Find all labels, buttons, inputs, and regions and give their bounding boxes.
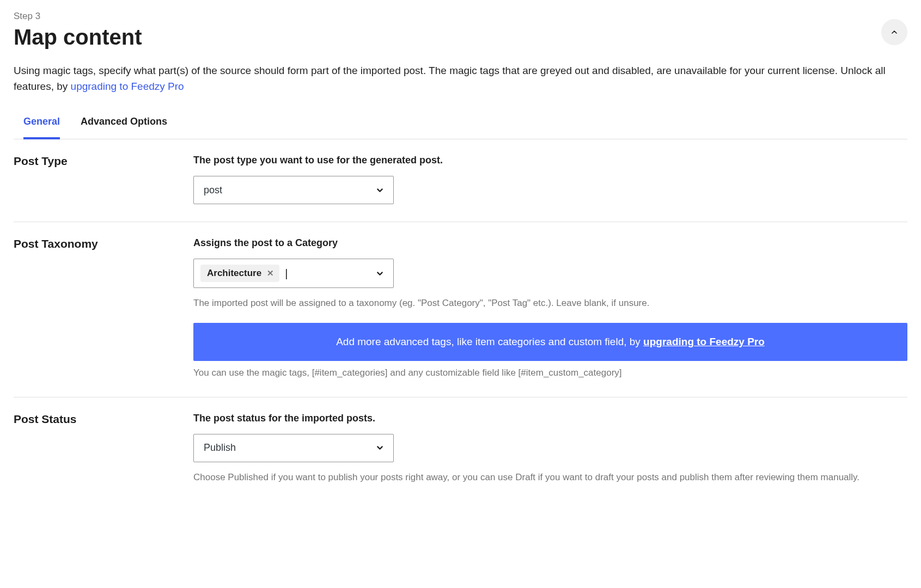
input-cursor: |	[285, 267, 288, 280]
upgrade-banner: Add more advanced tags, like item catego…	[193, 323, 907, 361]
page-title: Map content	[14, 25, 907, 50]
chevron-up-icon	[890, 28, 899, 36]
post-status-value: Publish	[204, 442, 236, 454]
post-taxonomy-help-2: You can use the magic tags, [#item_categ…	[193, 366, 907, 379]
page-description: Using magic tags, specify what part(s) o…	[14, 63, 907, 94]
chevron-down-icon	[375, 186, 385, 195]
chevron-down-icon	[375, 269, 385, 278]
post-type-select[interactable]: post	[193, 176, 394, 204]
post-type-value: post	[204, 185, 222, 196]
step-label: Step 3	[14, 11, 907, 22]
post-status-select[interactable]: Publish	[193, 434, 394, 462]
tab-advanced-options[interactable]: Advanced Options	[81, 111, 167, 139]
page-header: Step 3 Map content	[14, 11, 907, 50]
section-post-type: Post Type The post type you want to use …	[14, 139, 907, 222]
upgrade-link[interactable]: upgrading to Feedzy Pro	[71, 81, 184, 92]
upgrade-banner-text: Add more advanced tags, like item catego…	[336, 336, 643, 347]
remove-tag-icon[interactable]: ✕	[267, 268, 274, 278]
section-title-post-taxonomy: Post Taxonomy	[14, 237, 193, 250]
tabs: General Advanced Options	[14, 111, 907, 139]
post-taxonomy-select[interactable]: Architecture ✕ |	[193, 259, 394, 288]
post-taxonomy-label: Assigns the post to a Category	[193, 237, 907, 249]
post-type-label: The post type you want to use for the ge…	[193, 155, 907, 166]
post-taxonomy-help-1: The imported post will be assigned to a …	[193, 297, 907, 310]
collapse-button[interactable]	[881, 19, 907, 45]
upgrade-banner-link[interactable]: upgrading to Feedzy Pro	[643, 336, 765, 347]
section-post-status: Post Status The post status for the impo…	[14, 397, 907, 501]
taxonomy-tag-label: Architecture	[207, 268, 261, 279]
taxonomy-tag-chip: Architecture ✕	[200, 265, 279, 282]
section-title-post-type: Post Type	[14, 155, 193, 168]
post-status-help: Choose Published if you want to publish …	[193, 471, 907, 484]
chevron-down-icon	[375, 443, 385, 452]
section-post-taxonomy: Post Taxonomy Assigns the post to a Cate…	[14, 222, 907, 397]
section-title-post-status: Post Status	[14, 413, 193, 426]
tab-general[interactable]: General	[23, 111, 60, 139]
post-status-label: The post status for the imported posts.	[193, 413, 907, 424]
